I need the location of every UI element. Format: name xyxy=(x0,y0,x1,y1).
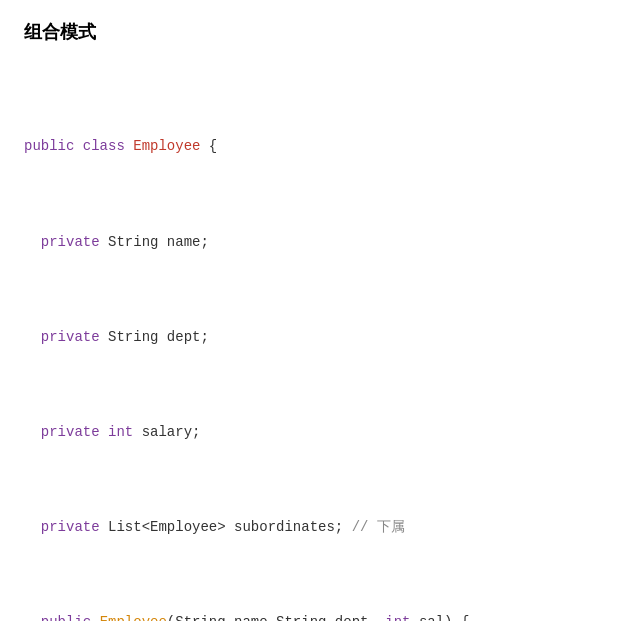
type-string-2: String xyxy=(108,329,158,345)
class-name: Employee xyxy=(133,138,200,154)
keyword-private-2: private xyxy=(41,329,108,345)
field-name: name; xyxy=(158,234,208,250)
code-block: public class Employee { private String n… xyxy=(24,64,607,621)
code-line-1: public class Employee { xyxy=(24,135,607,159)
field-dept: dept; xyxy=(158,329,208,345)
page-title: 组合模式 xyxy=(24,20,607,44)
comment-subordinates: // 下属 xyxy=(343,519,405,535)
keyword-private: private xyxy=(41,234,108,250)
field-salary: salary; xyxy=(133,424,200,440)
keyword-public: public xyxy=(24,138,83,154)
keyword-public-2: public xyxy=(41,614,100,621)
code-line-2: private String name; xyxy=(24,231,607,255)
code-line-3: private String dept; xyxy=(24,326,607,350)
keyword-private-3: private xyxy=(41,424,108,440)
keyword-private-4: private xyxy=(41,519,108,535)
constructor-params: (String name,String dept, xyxy=(167,614,385,621)
type-string: String xyxy=(108,234,158,250)
keyword-int-2: int xyxy=(385,614,410,621)
code-line-4: private int salary; xyxy=(24,421,607,445)
keyword-int: int xyxy=(108,424,133,440)
constructor-name: Employee xyxy=(100,614,167,621)
brace-open: { xyxy=(200,138,217,154)
keyword-class: class xyxy=(83,138,133,154)
param-sal: sal) { xyxy=(411,614,470,621)
code-line-5: private List<Employee> subordinates; // … xyxy=(24,516,607,540)
code-line-6: public Employee(String name,String dept,… xyxy=(24,611,607,621)
type-list: List<Employee> xyxy=(108,519,226,535)
field-subordinates: subordinates; xyxy=(226,519,344,535)
